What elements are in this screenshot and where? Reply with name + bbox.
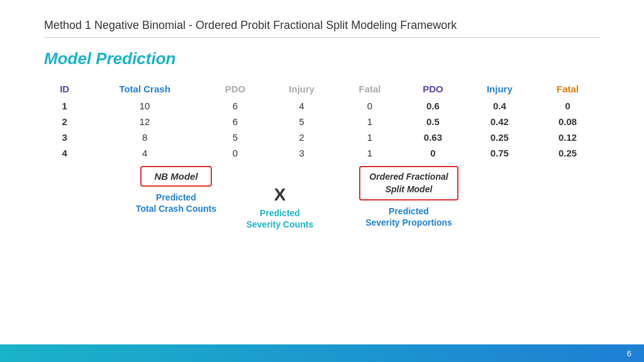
data-table: ID Total Crash PDO Injury Fatal PDO Inju… <box>44 81 600 161</box>
ofs-model-line2: Split Model <box>386 184 433 194</box>
cell-injury-right: 0.25 <box>464 129 536 145</box>
table-row: 4 4 0 3 1 0 0.75 0.25 <box>44 145 600 161</box>
bottom-bar: 6 <box>0 344 644 362</box>
header-total-crash: Total Crash <box>85 81 204 98</box>
annotations-section: NB Model Predicted Total Crash Counts X … <box>44 166 600 230</box>
cell-total: 10 <box>85 98 204 114</box>
cell-fatal-right: 0.25 <box>535 145 600 161</box>
nb-model-box: NB Model <box>140 166 211 187</box>
cell-fatal-left: 0 <box>338 98 402 114</box>
page-number: 6 <box>627 349 631 358</box>
slide-title: Method 1 Negative Binomial - Ordered Pro… <box>44 19 600 32</box>
cell-pdo-right: 0.5 <box>402 114 464 129</box>
header-pdo-left: PDO <box>204 81 266 98</box>
cell-pdo-left: 6 <box>204 98 266 114</box>
cell-fatal-right: 0.08 <box>535 114 600 129</box>
cell-pdo-left: 5 <box>204 129 266 145</box>
cell-id: 1 <box>44 98 85 114</box>
table-wrapper: ID Total Crash PDO Injury Fatal PDO Inju… <box>44 81 600 161</box>
cell-injury-left: 3 <box>266 145 338 161</box>
table-row: 1 10 6 4 0 0.6 0.4 0 <box>44 98 600 114</box>
cell-pdo-left: 0 <box>204 145 266 161</box>
cell-fatal-right: 0.12 <box>535 129 600 145</box>
table-row: 2 12 6 5 1 0.5 0.42 0.08 <box>44 114 600 129</box>
ofs-predicted-line1: Predicted <box>389 206 429 216</box>
multiply-section: X Predicted Severity Counts <box>239 166 321 230</box>
cell-injury-left: 4 <box>266 98 338 114</box>
cell-total: 8 <box>85 129 204 145</box>
cell-injury-right: 0.42 <box>464 114 536 129</box>
header-injury-right: Injury <box>464 81 536 98</box>
nb-predicted-line1: Predicted <box>156 192 196 202</box>
section-title: Model Prediction <box>44 49 600 69</box>
cell-pdo-right: 0 <box>402 145 464 161</box>
ofs-model-line1: Ordered Fractional <box>369 172 448 182</box>
predicted-severity-line1: Predicted <box>260 208 300 218</box>
cell-pdo-right: 0.63 <box>402 129 464 145</box>
cell-fatal-right: 0 <box>535 98 600 114</box>
ofs-predicted-line2: Severity Proportions <box>365 217 452 228</box>
ofs-model-box: Ordered Fractional Split Model <box>359 166 458 200</box>
table-header-row: ID Total Crash PDO Injury Fatal PDO Inju… <box>44 81 600 98</box>
cell-pdo-left: 6 <box>204 114 266 129</box>
nb-predicted-line2: Total Crash Counts <box>136 204 216 214</box>
cell-total: 4 <box>85 145 204 161</box>
table-row: 3 8 5 2 1 0.63 0.25 0.12 <box>44 129 600 145</box>
header-fatal-right: Fatal <box>535 81 600 98</box>
cell-pdo-right: 0.6 <box>402 98 464 114</box>
cell-fatal-left: 1 <box>338 129 402 145</box>
cell-injury-right: 0.75 <box>464 145 536 161</box>
multiply-symbol: X <box>274 185 286 205</box>
cell-fatal-left: 1 <box>338 145 402 161</box>
cell-id: 3 <box>44 129 85 145</box>
nb-predicted-label: Predicted Total Crash Counts <box>136 192 216 214</box>
predicted-severity-label: Predicted Severity Counts <box>247 207 314 230</box>
ofs-model-section: Ordered Fractional Split Model Predicted… <box>340 166 478 229</box>
header-id: ID <box>44 81 85 98</box>
header-fatal-left: Fatal <box>338 81 402 98</box>
cell-injury-right: 0.4 <box>464 98 536 114</box>
cell-fatal-left: 1 <box>338 114 402 129</box>
main-content: Method 1 Negative Binomial - Ordered Pro… <box>0 0 644 230</box>
header-injury-left: Injury <box>266 81 338 98</box>
nb-model-label: NB Model <box>154 171 197 182</box>
cell-injury-left: 2 <box>266 129 338 145</box>
cell-total: 12 <box>85 114 204 129</box>
cell-injury-left: 5 <box>266 114 338 129</box>
header-pdo-right: PDO <box>402 81 464 98</box>
predicted-severity-line2: Severity Counts <box>247 219 314 229</box>
cell-id: 4 <box>44 145 85 161</box>
cell-id: 2 <box>44 114 85 129</box>
nb-model-section: NB Model Predicted Total Crash Counts <box>126 166 226 214</box>
ofs-predicted-label: Predicted Severity Proportions <box>365 206 452 228</box>
divider <box>44 37 600 38</box>
